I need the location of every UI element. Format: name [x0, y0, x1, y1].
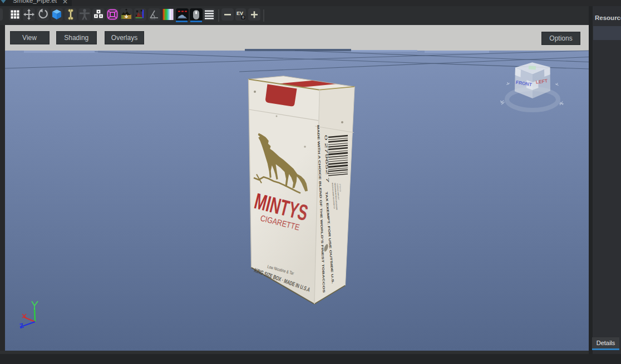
svg-text:Z: Z	[19, 322, 24, 330]
